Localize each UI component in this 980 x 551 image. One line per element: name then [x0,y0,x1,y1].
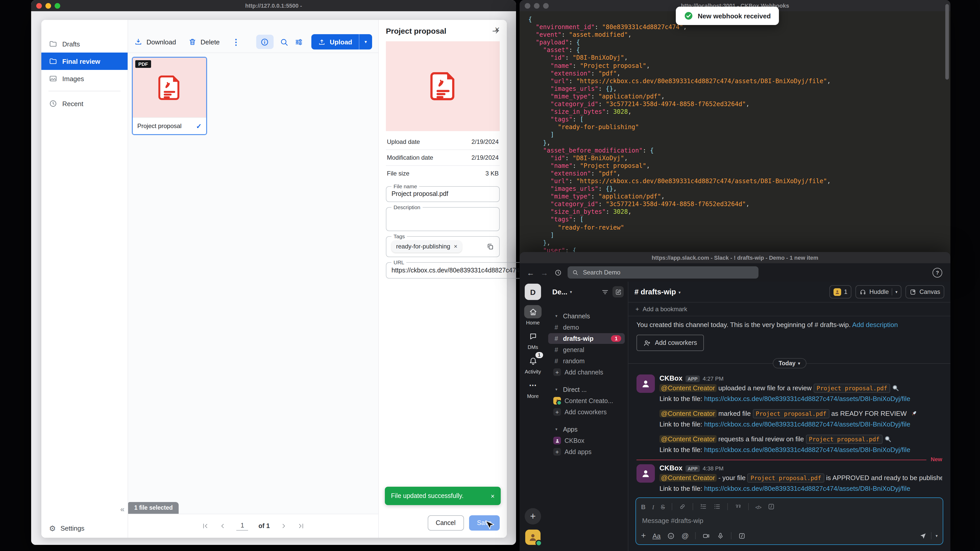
file-name-value[interactable]: Project proposal.pdf [391,190,494,197]
first-page-button[interactable] [202,522,209,530]
file-card[interactable]: PDF Project proposal ✓ [132,57,207,135]
minimize-window-icon[interactable] [45,3,51,8]
history-back-icon[interactable]: ← [527,268,535,277]
more-options-button[interactable]: ⋮ [232,37,240,47]
sidebar-item-drafts-wip[interactable]: #drafts-wip1 [548,333,625,344]
collapse-sidebar-button[interactable]: « [120,505,124,513]
chevron-down-icon[interactable]: ▾ [896,289,897,294]
close-window-icon[interactable] [525,3,530,8]
close-window-icon[interactable] [36,3,42,8]
bullet-list-icon[interactable] [713,503,721,510]
tag-chip[interactable]: ready-for-publishing × [391,240,462,252]
upload-button[interactable]: Upload [311,34,359,49]
create-new-button[interactable]: + [525,508,541,524]
help-icon[interactable]: ? [932,268,942,277]
last-page-button[interactable] [298,522,304,530]
description-field[interactable]: Description [386,204,500,231]
canvas-button[interactable]: Canvas [906,285,944,299]
bold-icon[interactable]: B [641,502,646,511]
date-divider-button[interactable]: Today▾ [773,358,806,368]
channel-name-button[interactable]: # drafts-wip [635,288,676,296]
section-header-channels[interactable]: ▾Channels [548,311,625,321]
add-bookmark-button[interactable]: + Add a bookmark [628,303,950,316]
minimize-window-icon[interactable] [534,3,539,8]
traffic-lights[interactable] [36,0,60,11]
sidebar-item-content-creato[interactable]: Content Creato... [548,395,625,406]
user-mention[interactable]: @Content Creator [659,474,716,482]
user-mention[interactable]: @Content Creator [659,384,716,392]
huddle-button[interactable]: Huddle ▾ [856,285,902,299]
sender-name[interactable]: CKBox [659,464,682,472]
rail-item-dms[interactable]: DMs [524,330,542,350]
page-number-input[interactable]: 1 [237,522,248,530]
workspace-menu[interactable]: De... [552,288,567,296]
compose-button[interactable] [612,286,624,297]
message-composer[interactable]: BIS</> Message #drafts-wip +Aa@▾ [635,497,943,545]
slack-titlebar[interactable]: https://app.slack.com - Slack - ! drafts… [520,252,950,263]
sidebar-item-add-apps[interactable]: +Add apps [548,446,625,457]
download-button[interactable]: Download [134,38,176,46]
code-block-icon[interactable] [768,503,775,510]
sidebar-item-demo[interactable]: #demo [548,322,625,333]
close-icon[interactable]: × [493,24,501,35]
file-link[interactable]: https://ckbox.cs.dev/80e839331c4d8827c47… [704,395,910,403]
file-link[interactable]: https://ckbox.cs.dev/80e839331c4d8827c47… [704,421,910,428]
user-mention[interactable]: @Content Creator [659,410,716,417]
sidebar-item-add-channels[interactable]: +Add channels [548,367,625,378]
search-input[interactable] [582,268,754,276]
zoom-window-icon[interactable] [55,3,60,8]
dismiss-toast-icon[interactable]: × [491,492,495,500]
file-link[interactable]: https://ckbox.cs.dev/80e839331c4d8827c47… [704,446,910,454]
emoji-icon[interactable] [667,532,675,540]
section-header-direct[interactable]: ▾Direct ... [548,384,625,395]
zoom-window-icon[interactable] [543,3,549,8]
filters-icon[interactable] [294,38,303,46]
next-page-button[interactable] [280,522,287,530]
add-description-link[interactable]: Add description [852,321,898,329]
sidebar-item-images[interactable]: Images [41,70,127,87]
plus-icon[interactable]: + [641,531,646,540]
delete-button[interactable]: Delete [188,38,220,46]
rail-item-home[interactable]: Home [524,305,542,326]
user-avatar[interactable] [525,530,541,545]
ordered-list-icon[interactable] [700,503,707,510]
sidebar-item-drafts[interactable]: Drafts [41,35,127,52]
copy-tags-button[interactable] [487,243,494,250]
timestamp[interactable]: 4:27 PM [703,375,724,382]
sender-name[interactable]: CKBox [659,375,682,382]
add-coworkers-button[interactable]: Add coworkers [636,335,703,351]
sidebar-item-random[interactable]: #random [548,356,625,366]
history-forward-icon[interactable]: → [541,268,548,277]
filter-icon[interactable] [601,288,609,295]
sidebar-item-final-review[interactable]: Final review [41,52,127,70]
text-format-icon[interactable]: Aa [652,531,661,540]
upload-dropdown-button[interactable]: ▾ [359,34,372,49]
sidebar-item-ckbox[interactable]: CKBox [548,435,625,446]
rail-item-activity[interactable]: 1Activity [524,354,542,375]
tags-field[interactable]: Tags ready-for-publishing × [386,233,500,257]
scrollbar-thumb[interactable] [945,4,949,79]
sidebar-item-add-coworkers[interactable]: +Add coworkers [548,407,625,417]
message-input[interactable]: Message #drafts-wip [642,517,937,524]
description-value[interactable] [391,211,494,227]
traffic-lights[interactable] [525,0,549,11]
code-icon[interactable]: </> [755,502,761,511]
video-icon[interactable] [703,532,710,540]
save-button[interactable]: Save [469,515,500,530]
history-clock-icon[interactable] [554,268,562,276]
send-options-chevron[interactable]: ▾ [935,534,938,538]
strikethrough-icon[interactable]: S [661,502,665,511]
file-link[interactable]: https://ckbox.cs.dev/80e839331c4d8827c47… [704,485,910,492]
mic-icon[interactable] [717,532,724,540]
file-name-field[interactable]: File name Project proposal.pdf [386,183,500,202]
ckbox-titlebar[interactable]: http://127.0.0.1:5500 - [31,0,516,11]
user-mention[interactable]: @Content Creator [659,435,716,443]
mention-icon[interactable]: @ [682,531,689,540]
section-header-apps[interactable]: ▾Apps [548,424,625,435]
sidebar-item-recent[interactable]: Recent [41,95,127,112]
search-bar[interactable] [568,266,759,279]
members-button[interactable]: 1 [829,285,851,299]
link-icon[interactable] [679,503,686,510]
info-panel-toggle[interactable] [256,35,274,49]
slash-command-icon[interactable] [738,532,746,540]
